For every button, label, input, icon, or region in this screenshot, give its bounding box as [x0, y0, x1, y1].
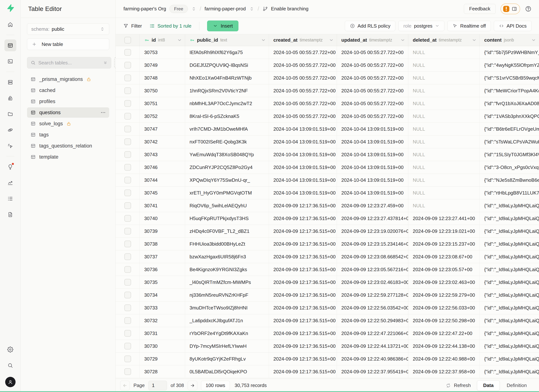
cell-content[interactable]: {"id":"15LSIyT0JGMf3Kl4Vn	[480, 148, 539, 161]
nav-logs[interactable]	[5, 193, 16, 205]
column-header-id[interactable]: idint8	[140, 34, 185, 46]
cell-created_at[interactable]: 2024-09-09 12:17:36.515+00	[269, 314, 337, 327]
cell-content[interactable]: {"id":"B6tr6eEFLrOVgeUmH	[480, 123, 539, 135]
cell-updated_at[interactable]: 2024-10-05 00:55:27.722+00	[337, 46, 408, 59]
row-checkbox[interactable]	[124, 228, 131, 234]
cell-deleted_at[interactable]: NULL	[408, 161, 480, 174]
cell-content[interactable]: {"id":"1VASb3phnXXkQPCpv	[480, 110, 539, 123]
table-row[interactable]: 30730DYp-7mcyMSIrHefLYIwwH2024-09-09 12:…	[116, 340, 539, 353]
cell-id[interactable]: 30753	[140, 46, 185, 59]
new-table-button[interactable]: New table	[27, 38, 109, 50]
cell-content[interactable]: {"id":"_Id9aLyJpMHQLaiQC	[480, 250, 539, 263]
nav-authentication[interactable]	[5, 92, 16, 104]
column-header-public_id[interactable]: public_idtext	[185, 34, 269, 46]
cell-content[interactable]: {"id":"_Id9aLyJpMHQLaiQC	[480, 340, 539, 352]
cell-updated_at[interactable]: 2024-09-09 12:23:19.020076+00	[337, 225, 408, 238]
cell-public_id[interactable]: NhXEo1Xw04FnB4RzWTNjb	[185, 72, 269, 84]
cell-deleted_at[interactable]: NULL	[408, 135, 480, 148]
cell-deleted_at[interactable]: 2024-09-09 12:23:05.57+00	[408, 263, 480, 276]
cell-deleted_at[interactable]: NULL	[408, 72, 480, 84]
cell-id[interactable]: 30732	[140, 314, 185, 327]
cell-content[interactable]: {"id":"_Id9aLyJpMHQLaiQC	[480, 289, 539, 301]
sidebar-table-_prisma_migrations[interactable]: _prisma_migrations	[27, 74, 109, 84]
cell-deleted_at[interactable]: 2024-09-09 12:22:47.22+00	[408, 327, 480, 340]
cell-public_id[interactable]: 0L5BAfDaLDl5rQOiqeKPO	[185, 365, 269, 378]
nav-reports[interactable]	[5, 177, 16, 189]
column-menu-chevron-icon[interactable]	[261, 38, 266, 43]
cell-deleted_at[interactable]: 2024-09-09 12:23:02.463+00	[408, 276, 480, 289]
cell-content[interactable]: {"id":"MeWCriorTPopA4Kc9	[480, 84, 539, 97]
nav-api-docs[interactable]	[5, 209, 16, 220]
cell-id[interactable]: 30751	[140, 97, 185, 110]
column-header-created_at[interactable]: created_attimestamptz	[269, 34, 337, 46]
cell-created_at[interactable]: 2024-09-09 12:17:36.515+00	[269, 301, 337, 314]
cell-updated_at[interactable]: 2024-09-09 12:22:47.221066+00	[337, 327, 408, 340]
cell-deleted_at[interactable]: 2024-09-09 12:22:37.958+00	[408, 365, 480, 378]
table-row[interactable]: 30737bzwXazHgax6UIR58j6Fn32024-09-09 12:…	[116, 250, 539, 263]
cell-content[interactable]: {"id":"4wyNgK55lOfrpmYZc	[480, 59, 539, 72]
cell-public_id[interactable]: 8yUKotr9qGYjK2eFRhgLv	[185, 353, 269, 365]
search-tables-input[interactable]	[38, 60, 100, 66]
row-checkbox[interactable]	[124, 279, 131, 286]
row-checkbox[interactable]	[124, 202, 131, 209]
cell-updated_at[interactable]: 2024-09-09 12:23:15.234146+00	[337, 238, 408, 250]
cell-id[interactable]: 30750	[140, 84, 185, 97]
next-page-button[interactable]	[188, 381, 197, 390]
cell-public_id[interactable]: RiqOV6p_5wihLelAEQyhU	[185, 199, 269, 212]
cell-public_id[interactable]: nxFT002ISeRE-Qobg3K3k	[185, 135, 269, 148]
cell-deleted_at[interactable]: NULL	[408, 199, 480, 212]
breadcrumb-org[interactable]: farming-paper's Org	[123, 6, 166, 12]
cell-created_at[interactable]: 2024-09-09 12:17:36.515+00	[269, 327, 337, 340]
cell-updated_at[interactable]: 2024-09-09 12:22:40.986386+00	[337, 353, 408, 365]
nav-settings[interactable]	[5, 344, 16, 355]
cell-content[interactable]: {"id":"_Id9aLyJpMHQLaiQC	[480, 301, 539, 314]
nav-table-editor[interactable]	[5, 39, 16, 51]
cell-created_at[interactable]: 2024-10-05 00:55:27.722+00	[269, 110, 337, 123]
row-checkbox[interactable]	[124, 49, 131, 56]
cell-deleted_at[interactable]: NULL	[408, 46, 480, 59]
cell-public_id[interactable]: FHHUioa3bidd00BHyLeZt	[185, 238, 269, 250]
cell-id[interactable]: 30736	[140, 263, 185, 276]
table-row[interactable]: 307333muDHTceTWso9IZj8hHNI2024-09-09 12:…	[116, 301, 539, 314]
table-row[interactable]: 30738FHHUioa3bidd00BHyLeZt2024-09-09 12:…	[116, 238, 539, 250]
cell-deleted_at[interactable]: NULL	[408, 84, 480, 97]
cell-id[interactable]: 30737	[140, 250, 185, 263]
cell-created_at[interactable]: 2024-09-09 12:17:36.515+00	[269, 212, 337, 225]
cell-updated_at[interactable]: 2024-09-09 12:23:02.46183+00	[337, 276, 408, 289]
select-all-checkbox[interactable]	[124, 37, 131, 43]
cell-updated_at[interactable]: 2024-10-04 13:09:01.519+00	[337, 135, 408, 148]
table-row[interactable]: 30744XPQwDIqY6Y75SwDnU-qr_2024-10-04 13:…	[116, 174, 539, 186]
cell-content[interactable]: {"id":"_Id9aLyJpMHQLaiQC	[480, 212, 539, 225]
project-switcher-button[interactable]	[249, 6, 254, 11]
nav-search[interactable]	[5, 359, 16, 371]
cell-updated_at[interactable]: 2024-10-04 13:09:01.519+00	[337, 123, 408, 135]
row-checkbox[interactable]	[124, 241, 131, 247]
row-checkbox[interactable]	[124, 368, 131, 375]
schema-select[interactable]: schema: public	[27, 23, 109, 35]
sidebar-table-profiles[interactable]: profiles	[27, 96, 109, 107]
cell-public_id[interactable]: xrETl_HyGY0mPMGVqtOTM	[185, 186, 269, 199]
cell-public_id[interactable]: ZDCunRYJP2CQ5Z8Po2Gy4	[185, 161, 269, 174]
cell-public_id[interactable]: Be4KignzoK9YRGNI3Zgks	[185, 263, 269, 276]
cell-content[interactable]: {"id":"_Id9aLyJpMHQLaiQC	[480, 225, 539, 238]
enable-branching-button[interactable]: Enable branching	[262, 6, 308, 12]
cell-deleted_at[interactable]: NULL	[408, 123, 480, 135]
table-row[interactable]: 30741RiqOV6p_5wihLelAEQyhU2024-09-09 12:…	[116, 199, 539, 212]
nav-advisors[interactable]	[5, 161, 16, 173]
cell-deleted_at[interactable]: NULL	[408, 186, 480, 199]
row-checkbox[interactable]	[124, 126, 131, 132]
cell-public_id[interactable]: zHDq4c0F0VBF_TL2_dBZ1	[185, 225, 269, 238]
cell-id[interactable]: 30745	[140, 186, 185, 199]
cell-deleted_at[interactable]: 2024-09-09 12:22:40.988+00	[408, 353, 480, 365]
table-row[interactable]: 30751nbMhHL3AP7OcCJymc2wT22024-10-05 00:…	[116, 97, 539, 110]
realtime-toggle-button[interactable]: Realtime off	[447, 21, 491, 31]
cell-id[interactable]: 30746	[140, 161, 185, 174]
cell-updated_at[interactable]: 2024-09-09 12:23:05.567216+00	[337, 263, 408, 276]
row-checkbox[interactable]	[124, 343, 131, 349]
cell-id[interactable]: 30748	[140, 72, 185, 84]
column-header-deleted_at[interactable]: deleted_attimestamptz	[408, 34, 480, 46]
table-row[interactable]: 30742nxFT002ISeRE-Qobg3K3k2024-10-04 13:…	[116, 135, 539, 148]
cell-content[interactable]: {"id":"_Id9aLyJpMHQLaiQC	[480, 263, 539, 276]
cell-content[interactable]: {"id":"_Id9aLyJpMHQLaiQC	[480, 365, 539, 378]
row-checkbox[interactable]	[124, 164, 131, 171]
